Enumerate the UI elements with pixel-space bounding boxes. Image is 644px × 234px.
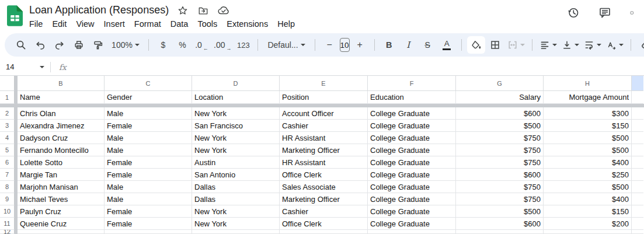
star-icon[interactable]	[176, 4, 189, 17]
cell[interactable]: Mortgage Amount	[544, 91, 632, 104]
format-currency-button[interactable]: $	[154, 36, 172, 54]
cell[interactable]	[18, 230, 105, 234]
cell[interactable]: HR Assistant	[280, 132, 368, 144]
cell[interactable]: College Graduate	[368, 156, 456, 169]
cell[interactable]: HR Assistant	[280, 156, 368, 169]
cell[interactable]: Education	[368, 91, 456, 104]
cell[interactable]: $500	[544, 181, 632, 193]
cell[interactable]: $500	[456, 205, 544, 218]
row-header-8[interactable]: 8	[0, 181, 15, 193]
cell[interactable]: San Francisco	[192, 120, 280, 132]
name-box[interactable]: 14	[0, 58, 50, 75]
cell[interactable]: $300	[544, 107, 632, 120]
insert-link-button[interactable]	[636, 36, 644, 54]
row-header-3[interactable]: 3	[0, 120, 15, 132]
format-percent-button[interactable]: %	[173, 36, 192, 54]
cell[interactable]: Lolette Sotto	[18, 156, 105, 169]
cell[interactable]	[632, 169, 643, 181]
menu-tools[interactable]: Tools	[193, 19, 222, 29]
cell[interactable]: Michael Teves	[18, 193, 105, 205]
cell[interactable]: $750	[456, 181, 544, 193]
column-header-F[interactable]: F	[368, 76, 456, 91]
cell[interactable]: Austin	[192, 156, 280, 169]
row-header-1[interactable]: 1	[0, 91, 15, 104]
cell[interactable]: Male	[105, 132, 192, 144]
vertical-align-button[interactable]	[560, 36, 581, 54]
cell[interactable]: $500	[544, 144, 632, 156]
cell[interactable]: Dallas	[192, 193, 280, 205]
menu-insert[interactable]: Insert	[99, 19, 130, 29]
decrease-font-size-button[interactable]: −	[321, 36, 339, 54]
cell[interactable]: New York	[192, 107, 280, 120]
cell[interactable]: Office Clerk	[280, 169, 368, 181]
cell[interactable]	[632, 205, 643, 218]
cell[interactable]: Margie Tan	[18, 169, 105, 181]
move-to-folder-icon[interactable]	[197, 4, 210, 17]
cell[interactable]: College Graduate	[368, 218, 456, 230]
cell[interactable]: Female	[105, 169, 192, 181]
cell[interactable]	[632, 91, 643, 104]
cell[interactable]: Fernando Montecillo	[18, 144, 105, 156]
merge-cells-button[interactable]	[506, 36, 527, 54]
cell[interactable]: $200	[544, 218, 632, 230]
cell[interactable]: Female	[105, 205, 192, 218]
increase-font-size-button[interactable]: +	[351, 36, 369, 54]
cell[interactable]: Gender	[105, 91, 192, 104]
cell[interactable]: New York	[192, 132, 280, 144]
redo-button[interactable]	[50, 36, 68, 54]
cell[interactable]	[632, 132, 643, 144]
cell[interactable]	[632, 107, 643, 120]
menu-format[interactable]: Format	[130, 19, 166, 29]
formula-input[interactable]	[72, 58, 644, 75]
column-header-H[interactable]: H	[544, 76, 632, 91]
column-header-E[interactable]: E	[280, 76, 368, 91]
cell[interactable]: $150	[544, 205, 632, 218]
cell[interactable]: Marjohn Manisan	[18, 181, 105, 193]
cell[interactable]	[368, 230, 456, 234]
row-header-2[interactable]: 2	[0, 107, 15, 120]
row-header-10[interactable]: 10	[0, 205, 15, 218]
menu-extensions[interactable]: Extensions	[222, 19, 273, 29]
cell[interactable]: New York	[192, 218, 280, 230]
cell[interactable]: New York	[192, 205, 280, 218]
sheets-logo-icon[interactable]	[7, 5, 23, 29]
increase-decimal-button[interactable]: .00 →	[212, 36, 233, 54]
cell[interactable]: Account Officer	[280, 107, 368, 120]
text-rotation-button[interactable]	[604, 36, 625, 54]
cell[interactable]: $400	[544, 193, 632, 205]
video-call-icon[interactable]	[630, 6, 635, 19]
paint-format-button[interactable]	[89, 36, 107, 54]
text-wrap-button[interactable]	[582, 36, 603, 54]
cell[interactable]: $750	[456, 132, 544, 144]
decrease-decimal-button[interactable]: .0 ←	[193, 36, 211, 54]
cell[interactable]	[105, 230, 192, 234]
cell[interactable]: Female	[105, 156, 192, 169]
zoom-select[interactable]: 100%	[108, 36, 143, 54]
cell[interactable]: $750	[456, 193, 544, 205]
text-color-button[interactable]: A	[438, 36, 456, 54]
cell[interactable]: Dadyson Cruz	[18, 132, 105, 144]
cell[interactable]: College Graduate	[368, 169, 456, 181]
version-history-icon[interactable]	[567, 6, 580, 19]
cell[interactable]: $500	[544, 132, 632, 144]
cell[interactable]: $150	[544, 120, 632, 132]
cell[interactable]: Marketing Officer	[280, 193, 368, 205]
cell[interactable]: College Graduate	[368, 132, 456, 144]
cell[interactable]: $400	[544, 156, 632, 169]
cell[interactable]: Cashier	[280, 205, 368, 218]
cell[interactable]: College Graduate	[368, 181, 456, 193]
cell[interactable]: $500	[456, 120, 544, 132]
cell[interactable]	[280, 230, 368, 234]
cell[interactable]: Male	[105, 181, 192, 193]
column-header-B[interactable]: B	[18, 76, 105, 91]
cell[interactable]: Marketing Officer	[280, 144, 368, 156]
cell[interactable]: Male	[105, 107, 192, 120]
cell[interactable]: Paulyn Cruz	[18, 205, 105, 218]
cell[interactable]: Dallas	[192, 181, 280, 193]
cell[interactable]: Sales Associate	[280, 181, 368, 193]
column-header-D[interactable]: D	[192, 76, 280, 91]
font-size-input[interactable]: 10	[340, 38, 350, 52]
horizontal-align-button[interactable]	[538, 36, 559, 54]
row-header-6[interactable]: 6	[0, 156, 15, 169]
cell[interactable]: Salary	[456, 91, 544, 104]
